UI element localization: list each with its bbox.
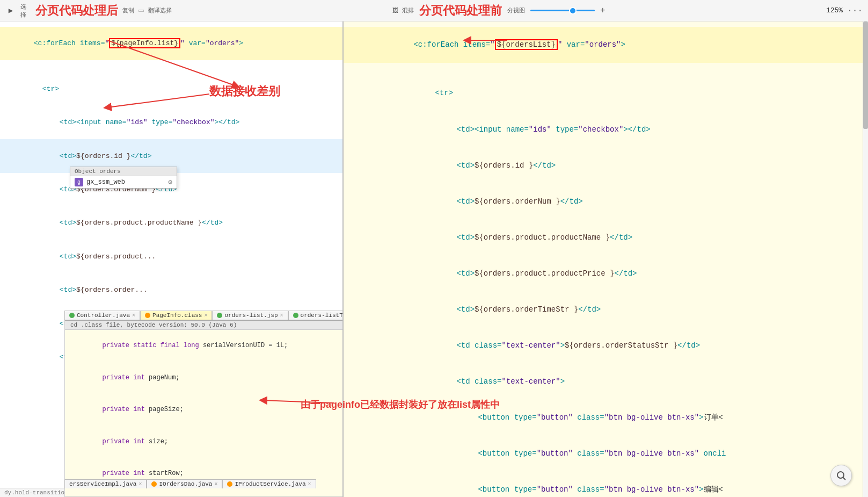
tab-label-iorders-dao: IOrdersDao.java — [159, 481, 212, 487]
code-line-td-productname: <td>${orders.product.productName }</td> — [0, 206, 342, 240]
autocomplete-popup: Object orders g gx_ssm_web ⚙ — [70, 167, 177, 189]
java-line-1: private static final long serialVersionU… — [65, 330, 343, 362]
tab-label-orderslist: orders-list.jsp — [224, 312, 278, 319]
redbox-right: ${ordersList} — [495, 39, 558, 50]
tab-dot-pageinfo — [145, 313, 150, 318]
redbox-left: ${pageInfo.list} — [109, 38, 180, 48]
toolbar: ▶ 选择 分页代码处理后 复制 翻译选择 🖼 混排 分页代码处理前 分视图 + … — [0, 0, 868, 21]
tab-iproduct-service[interactable]: IProductService.java × — [222, 479, 316, 488]
tab-dot-controller — [69, 313, 75, 318]
search-icon — [836, 470, 847, 481]
tab-close-service-impl[interactable]: × — [138, 481, 142, 487]
code-line-td-center-right: <td class="text-center"> — [344, 364, 868, 400]
tab-dot-iproduct-service — [227, 481, 232, 487]
cursor-icon[interactable]: ▶ — [5, 5, 16, 16]
more-btn[interactable]: ··· — [847, 6, 863, 16]
tab-dot-orderslist — [217, 313, 222, 318]
code-line-td-productname-right: <td>${orders.product.productName }</td> — [344, 220, 868, 256]
java-line-2: private int pageNum; — [65, 362, 343, 394]
tab-controller[interactable]: Controller.java × — [64, 311, 140, 320]
code-line-td-order2: <td>${orders.order... — [0, 273, 342, 307]
tab-bar[interactable]: Controller.java × PageInfo.class × order… — [64, 311, 344, 320]
code-line-foreach-left: <c:forEach items="${pageInfo.list}" var=… — [0, 27, 342, 60]
toolbar-icon-split[interactable]: 分视图 — [507, 6, 525, 15]
tab-close-iorders-dao[interactable]: × — [214, 481, 217, 487]
code-line-blank — [0, 60, 342, 72]
code-line-td-id-right: <td>${orders.id }</td> — [344, 148, 868, 184]
autocomplete-icon: g — [75, 178, 83, 186]
slider[interactable] — [530, 10, 595, 11]
java-popup-header: cd .class file, bytecode version: 50.0 (… — [65, 321, 343, 330]
code-line-tr-right: <tr> — [344, 76, 868, 112]
tab-bar-2[interactable]: ersServiceImpl.java × IOrdersDao.java × … — [64, 479, 316, 488]
autocomplete-header: Object orders — [70, 167, 177, 176]
java-popup: cd .class file, bytecode version: 50.0 (… — [64, 320, 344, 497]
tab-close-iproduct-service[interactable]: × — [308, 481, 311, 487]
code-line-td-ordernum-right: <td>${orders.orderNum }</td> — [344, 184, 868, 220]
title-left: 分页代码处理后 — [35, 3, 118, 19]
java-line-6: private int endRow; — [65, 490, 343, 497]
code-line-btn1-right: <button type="button" class="btn bg-oliv… — [344, 400, 868, 436]
tab-service-impl[interactable]: ersServiceImpl.java × — [64, 479, 147, 488]
search-fab[interactable] — [830, 465, 852, 486]
slider-thumb[interactable] — [569, 7, 577, 15]
autocomplete-label: gx_ssm_web — [86, 178, 125, 186]
toolbar-right: 125% ··· — [826, 6, 863, 16]
tab-orderslisttest[interactable]: orders-listTest.jsp × — [288, 311, 344, 320]
tab-label-pageinfo: PageInfo.class — [152, 312, 202, 319]
left-panel: <c:forEach items="${pageInfo.list}" var=… — [0, 21, 344, 497]
tab-label-service-impl: ersServiceImpl.java — [69, 481, 136, 487]
tab-label-iproduct-service: IProductService.java — [235, 481, 305, 487]
tab-dot-iorders-dao — [151, 481, 157, 487]
code-line-td-product2: <td>${orders.product... — [0, 240, 342, 273]
code-line-btn3-right: <button type="button" class="btn bg-oliv… — [344, 472, 868, 497]
copy-btn[interactable]: 复制 — [122, 6, 134, 15]
svg-line-1 — [843, 478, 846, 480]
code-line-td-checkbox-right: <td><input name="ids" type="checkbox"></… — [344, 112, 868, 148]
tab-close-controller[interactable]: × — [132, 313, 135, 319]
screenshot-btn[interactable] — [138, 10, 144, 12]
tab-iorders-dao[interactable]: IOrdersDao.java × — [147, 479, 222, 488]
tab-label-controller: Controller.java — [77, 312, 130, 319]
tab-dot-orderslisttest — [293, 313, 298, 318]
code-line-td-checkbox: <td><input name="ids" type="checkbox"></… — [0, 106, 342, 139]
right-panel: <c:forEach items="${ordersList}" var="or… — [344, 21, 868, 497]
java-line-4: private int size; — [65, 426, 343, 458]
code-line-tr: <tr> — [0, 73, 342, 106]
autocomplete-gear[interactable]: ⚙ — [168, 178, 172, 186]
main-content: <c:forEach items="${pageInfo.list}" var=… — [0, 21, 868, 497]
code-tag: <c:forEach items= — [34, 39, 105, 47]
translate-btn[interactable]: 翻译选择 — [148, 6, 172, 15]
tab-label-orderslisttest: orders-listTest.jsp — [301, 312, 344, 319]
code-line-td-productprice-right: <td>${orders.product.productPrice }</td> — [344, 256, 868, 292]
tab-orderslist[interactable]: orders-list.jsp × — [212, 311, 288, 320]
code-line-blank-right — [344, 63, 868, 76]
code-line-foreach-right: <c:forEach items="${ordersList}" var="or… — [344, 27, 868, 63]
toolbar-center: 🖼 混排 分页代码处理前 分视图 + — [177, 3, 821, 19]
code-line-btn2-right: <button type="button" class="btn bg-oliv… — [344, 436, 868, 472]
tab-close-pageinfo[interactable]: × — [204, 313, 207, 319]
toolbar-left: ▶ 选择 分页代码处理后 复制 翻译选择 — [5, 3, 172, 19]
svg-point-0 — [837, 472, 844, 478]
right-scrollbar-thumb[interactable] — [863, 21, 868, 129]
toolbar-icon-mix[interactable]: 🖼 混排 — [392, 6, 414, 15]
zoom-level: 125% — [826, 6, 843, 15]
autocomplete-item[interactable]: g gx_ssm_web ⚙ — [70, 176, 177, 188]
tab-close-orderslist[interactable]: × — [280, 313, 283, 319]
code-line-td-ordertimestr-right: <td>${orders.orderTimeStr }</td> — [344, 292, 868, 328]
slider-container[interactable] — [530, 10, 595, 11]
code-line-td-statusstr-right: <td class="text-center">${orders.orderSt… — [344, 328, 868, 364]
title-right: 分页代码处理前 — [419, 3, 502, 19]
tab-pageinfo[interactable]: PageInfo.class × — [140, 311, 212, 320]
java-line-3: private int pageSize; — [65, 394, 343, 426]
right-scrollbar[interactable] — [863, 21, 868, 497]
zoom-out-btn[interactable]: + — [600, 6, 606, 16]
select-icon[interactable]: 选择 — [20, 5, 31, 16]
